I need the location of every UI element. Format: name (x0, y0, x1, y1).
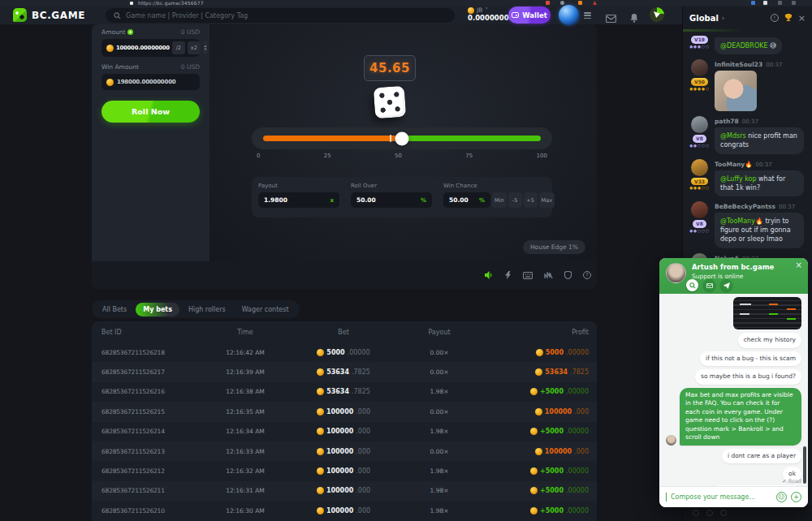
bc-game-app: https://bc.game/3456677 BC.GAME Game nam… (0, 0, 812, 521)
email-icon[interactable] (703, 279, 715, 291)
smiley-icon[interactable]: ☺ (776, 492, 787, 502)
mention[interactable]: @TooMany🔥 (720, 217, 765, 225)
table-row[interactable]: 68285367211526217 12:16:39 AM 53634.7825… (92, 362, 597, 381)
bets-tab[interactable]: High rollers (181, 303, 233, 316)
support-bubble: so maybe this is a bug i found? (695, 369, 801, 385)
extension-icon[interactable] (792, 1, 796, 5)
table-row[interactable]: 68285367211526210 12:16:30 AM 100000.000… (92, 501, 597, 520)
table-row[interactable]: 68285367211526211 12:16:31 AM 100000.000… (92, 481, 597, 501)
extension-icon[interactable] (751, 1, 755, 5)
extension-icon[interactable] (578, 1, 582, 5)
bets-tab[interactable]: Wager contest (235, 303, 296, 316)
payout-input[interactable]: 1.9800 x (258, 192, 339, 208)
bet-profit: 100000.000 (485, 408, 589, 416)
gif-icon[interactable] (706, 510, 713, 516)
table-row[interactable]: 68285367211526218 12:16:42 AM 5000.00000… (92, 342, 597, 362)
attached-screenshot[interactable] (733, 297, 801, 329)
chat-room-title[interactable]: Global (689, 14, 719, 23)
bet-amount-input[interactable]: 100000.00000000 /2 x2 ▴ ▾ (102, 39, 200, 57)
roll-slider[interactable] (252, 127, 552, 149)
close-icon[interactable]: × (798, 13, 806, 24)
chat-rules-icon[interactable]: ! (771, 14, 779, 22)
extension-icon[interactable] (546, 1, 550, 5)
balance-selector[interactable]: JB ˅ 0.00000000 (468, 6, 513, 22)
support-scrollbar[interactable] (803, 446, 806, 484)
avatar[interactable] (691, 201, 708, 218)
chat-message[interactable]: V8 ●●○○○ BeBeBeckyPantss00:37 @TooMany🔥 … (683, 199, 812, 251)
avatar[interactable] (691, 116, 708, 133)
wallet-button[interactable]: Wallet (508, 6, 551, 24)
amount-stepper[interactable]: ▴ ▾ (203, 41, 208, 54)
chat-message[interactable]: V19 ●●●○○ @DEADBROKE 😅 (683, 33, 812, 57)
chevron-right-icon[interactable]: › (722, 14, 725, 22)
mention[interactable]: @Mdsrs (720, 132, 748, 140)
table-row[interactable]: 68285367211526213 12:16:33 AM 100000.000… (92, 441, 597, 461)
username[interactable]: BeBeBeckyPantss (715, 203, 775, 210)
avatar[interactable] (691, 59, 708, 76)
mention[interactable]: @Luffy kop (720, 175, 758, 183)
close-icon[interactable]: × (796, 260, 802, 269)
telegram-send-icon[interactable] (720, 279, 732, 291)
slider-track[interactable] (263, 136, 541, 141)
bets-tab[interactable]: My bets (136, 303, 179, 316)
extension-icon[interactable] (560, 1, 564, 5)
hotkeys-keyboard-icon[interactable] (523, 272, 533, 279)
extension-icon[interactable] (778, 1, 782, 5)
bet-amount-value[interactable]: 100000.00000000 (116, 45, 170, 51)
bet-payout: 0.00× (394, 368, 485, 376)
extension-icon[interactable] (763, 1, 767, 5)
mention[interactable]: @DEADBROKE (720, 42, 770, 50)
address-bar-url[interactable]: https://bc.game/3456677 (138, 0, 204, 6)
search-icon[interactable] (686, 279, 698, 291)
add-attachment-icon[interactable]: + (791, 492, 801, 502)
slider-handle[interactable] (395, 131, 409, 145)
messages-mail-icon[interactable] (606, 11, 616, 26)
support-compose-bar[interactable]: Compose your message... ☺ + (659, 486, 808, 507)
chance-button[interactable]: Min (492, 192, 507, 208)
chance-button[interactable]: -5 (508, 192, 522, 208)
profile-menu-icon[interactable] (584, 12, 591, 19)
table-row[interactable]: 68285367211526215 12:16:35 AM 100000.000… (92, 402, 597, 421)
game-search-input[interactable]: Game name | Provider | Category Tag (106, 8, 455, 23)
sound-icon[interactable] (485, 271, 494, 279)
rollover-input[interactable]: 50.00 % (351, 192, 432, 208)
bet-time: 12:16:35 AM (197, 408, 293, 416)
table-row[interactable]: 68285367211526216 12:16:38 AM 53634.7825… (92, 382, 597, 402)
username[interactable]: TooMany🔥 (715, 161, 753, 168)
chat-message[interactable]: V8 ●●○○○ path7800:37 @Mdsrs nice profit … (683, 114, 812, 156)
chat-message[interactable]: V33 ●●●○○ TooMany🔥00:37 @Luffy kop what … (683, 157, 812, 199)
attach-icon[interactable] (720, 510, 727, 516)
help-icon[interactable]: ? (583, 271, 591, 279)
chat-message[interactable]: V50 ●●●●○ InfiniteSoul2300:37 (683, 57, 812, 114)
avatar[interactable] (691, 159, 708, 176)
username[interactable]: InfiniteSoul23 (715, 61, 762, 68)
username[interactable]: path78 (715, 118, 739, 125)
double-bet-button[interactable]: x2 (188, 41, 201, 54)
bet-id: 68285367211526213 (102, 448, 197, 455)
table-row[interactable]: 68285367211526214 12:16:34 AM 100000.000… (92, 422, 597, 441)
bonus-spin-icon[interactable] (650, 7, 664, 22)
chance-button[interactable]: Max (539, 192, 555, 208)
table-row[interactable]: 68285367211526212 12:16:32 AM 100000.000… (92, 461, 597, 480)
turbo-bolt-icon[interactable] (505, 271, 512, 279)
trends-icon[interactable] (544, 272, 553, 279)
trophy-icon[interactable] (784, 14, 793, 22)
user-avatar[interactable] (559, 5, 579, 25)
compose-input[interactable]: Compose your message... (671, 493, 772, 501)
favicon (130, 2, 133, 5)
half-bet-button[interactable]: /2 (172, 41, 185, 54)
emoji-icon[interactable] (693, 510, 699, 516)
search-placeholder: Game name | Provider | Category Tag (126, 12, 248, 19)
chat-input-bar[interactable] (683, 505, 812, 521)
fairness-shield-icon[interactable] (564, 271, 572, 279)
message-image[interactable] (715, 71, 757, 111)
bets-tab[interactable]: All Bets (95, 303, 134, 316)
win-chance-input[interactable]: 50.00 % (443, 192, 490, 208)
chance-button[interactable]: +5 (524, 192, 538, 208)
bet-profit: +5000.00000 (485, 428, 589, 435)
brand-logo[interactable]: BC.GAME (13, 8, 85, 22)
step-down-icon[interactable]: ▾ (205, 48, 206, 52)
notifications-bell-icon[interactable] (630, 11, 638, 26)
extension-icon[interactable] (593, 1, 597, 5)
roll-now-button[interactable]: Roll Now (102, 101, 200, 123)
